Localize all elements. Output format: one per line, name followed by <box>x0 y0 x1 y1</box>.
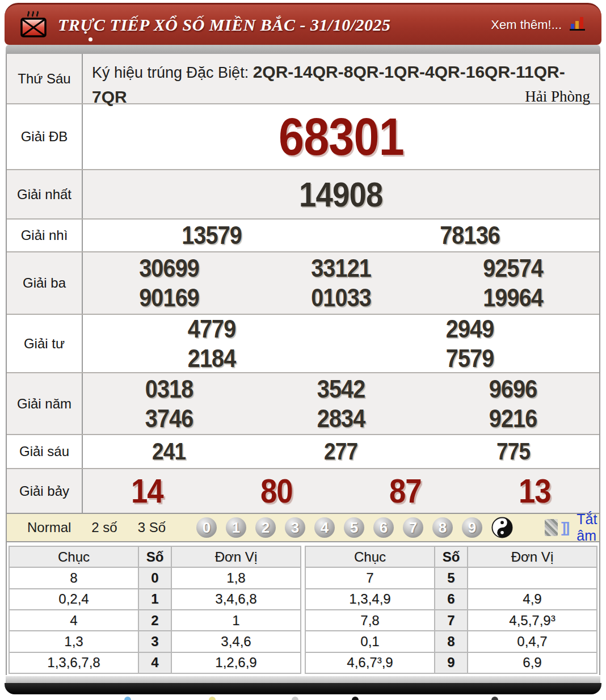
column-header: Số <box>435 546 468 567</box>
table-row: 4 2 1 <box>9 610 301 631</box>
prize-number: 9696 <box>489 374 537 404</box>
bar-chart-icon[interactable] <box>570 16 587 34</box>
digit-ball-8[interactable]: 8 <box>432 517 453 538</box>
mute-control[interactable]: ]] Tắt âm <box>545 511 604 544</box>
prize-number: 3746 <box>145 404 193 433</box>
digit-ball-9[interactable]: 9 <box>462 517 482 538</box>
prize-number: 92574 <box>483 254 543 283</box>
units-cell: 4,9 <box>468 589 597 610</box>
table-row: 8 0 1,8 <box>9 567 301 588</box>
units-cell: 3,4,6,8 <box>171 589 301 610</box>
sound-waves-icon: ]] <box>561 519 569 537</box>
prize-number: 13579 <box>182 221 242 250</box>
partial-icon <box>352 697 359 700</box>
table-row: 7 5 <box>305 567 597 588</box>
units-cell: 0,4,7 <box>468 631 597 652</box>
digit-cell: 8 <box>435 631 468 652</box>
column-header: Chục <box>305 546 435 567</box>
units-cell: 3,4,6 <box>171 631 301 652</box>
digit-ball-6[interactable]: 6 <box>373 517 394 538</box>
prize-label: Giải ba <box>7 252 83 314</box>
digit-table-left: Chục Số Đơn Vị 8 0 1,8 0,2,4 1 3,4,6,8 4… <box>9 546 301 674</box>
prize-number: 90169 <box>139 283 199 313</box>
partial-icon <box>491 697 498 700</box>
digit-cell: 0 <box>138 567 171 588</box>
units-cell: 4,5,7,9³ <box>468 610 597 631</box>
prize-number: 68301 <box>279 107 404 167</box>
digit-cell: 3 <box>138 631 171 652</box>
prize-row-third: Giải ba 30699 33121 92574 90169 01033 19… <box>7 251 599 314</box>
partial-icon <box>209 697 216 700</box>
prize-label: Giải năm <box>7 373 83 434</box>
header-shadow-strip <box>6 45 600 54</box>
column-header: Chục <box>9 546 138 567</box>
yin-yang-icon[interactable] <box>491 517 513 538</box>
prize-row-fifth: Giải năm 0318 3542 9696 3746 2834 9216 <box>7 372 599 434</box>
tens-cell: 7 <box>305 567 435 588</box>
digit-balls: 0 1 2 3 4 5 6 7 8 9 <box>196 517 482 538</box>
mute-label[interactable]: Tắt âm <box>576 511 604 544</box>
digit-ball-7[interactable]: 7 <box>403 517 423 538</box>
lottery-page: TRỰC TIẾP XỔ SỐ MIỀN BẮC - 31/10/2025 Xe… <box>0 0 606 700</box>
mode-normal-button[interactable]: Normal <box>17 520 81 535</box>
prize-row-fourth: Giải tư 4779 2949 2184 7579 <box>7 314 599 372</box>
footer-black-bar <box>5 683 601 694</box>
prize-label: Giải bảy <box>7 469 83 513</box>
prize-row-seventh: Giải bảy 14 80 87 13 <box>7 468 599 513</box>
units-cell <box>468 567 597 588</box>
prize-number: 0318 <box>145 374 193 404</box>
column-header: Số <box>138 546 171 567</box>
controls-bar: Normal 2 số 3 Số 0 1 2 3 4 5 6 7 8 9 <box>6 513 600 542</box>
tens-cell: 4,6,7³,9 <box>305 652 435 673</box>
digit-cell: 1 <box>138 589 171 610</box>
table-row: 0,2,4 1 3,4,6,8 <box>9 589 301 610</box>
digit-ball-5[interactable]: 5 <box>344 517 364 538</box>
prize-number: 4779 <box>188 314 236 344</box>
see-more-link[interactable]: Xem thêm!... <box>491 18 562 32</box>
tens-cell: 8 <box>9 567 138 588</box>
digit-statistics: Chục Số Đơn Vị 8 0 1,8 0,2,4 1 3,4,6,8 4… <box>6 542 600 675</box>
digit-cell: 2 <box>138 610 171 631</box>
table-row: 0,1 8 0,4,7 <box>305 631 597 652</box>
results-table: Thứ Sáu Ký hiệu trúng Đặc Biệt: 2QR-14QR… <box>6 54 600 513</box>
prize-number: 3542 <box>317 374 365 404</box>
units-cell: 1,8 <box>171 567 301 588</box>
units-cell: 6,9 <box>468 652 597 673</box>
digit-cell: 7 <box>435 610 468 631</box>
prize-number: 19964 <box>483 283 543 313</box>
prize-number: 87 <box>389 471 422 511</box>
prize-number: 2834 <box>317 404 365 433</box>
digit-cell: 9 <box>435 652 468 673</box>
mode-3so-button[interactable]: 3 Số <box>128 520 176 535</box>
prize-number: 80 <box>260 471 293 511</box>
header-dot <box>89 37 92 41</box>
digit-ball-4[interactable]: 4 <box>314 517 335 538</box>
prize-label: Giải ĐB <box>7 104 83 169</box>
partial-icon <box>124 697 131 700</box>
prize-number: 241 <box>152 438 186 465</box>
prize-number: 14 <box>131 471 163 511</box>
prize-number: 33121 <box>311 254 371 283</box>
digit-ball-2[interactable]: 2 <box>255 517 276 538</box>
prize-number: 14908 <box>299 174 382 214</box>
prize-number: 2949 <box>446 314 494 344</box>
prize-label: Giải tư <box>7 315 83 372</box>
digit-ball-0[interactable]: 0 <box>196 517 217 538</box>
tens-cell: 0,2,4 <box>9 589 138 610</box>
digit-cell: 5 <box>435 567 468 588</box>
digit-ball-1[interactable]: 1 <box>226 517 246 538</box>
speaker-icon[interactable] <box>545 519 558 536</box>
digit-ball-3[interactable]: 3 <box>285 517 305 538</box>
prize-label: Giải nhì <box>7 220 83 251</box>
mode-2so-button[interactable]: 2 số <box>81 520 127 535</box>
tens-cell: 7,8 <box>305 610 435 631</box>
prize-row-first: Giải nhất 14908 <box>7 169 599 218</box>
tens-cell: 1,3,4,9 <box>305 589 435 610</box>
column-header: Đơn Vị <box>171 546 301 567</box>
tens-cell: 1,3 <box>9 631 138 652</box>
special-symbol-cell: Ký hiệu trúng Đặc Biệt: 2QR-14QR-8QR-1QR… <box>83 54 599 103</box>
units-cell: 1 <box>171 610 301 631</box>
column-header: Đơn Vị <box>468 546 597 567</box>
prize-number: 775 <box>496 438 530 465</box>
table-row: 1,3,4,9 6 4,9 <box>305 589 597 610</box>
